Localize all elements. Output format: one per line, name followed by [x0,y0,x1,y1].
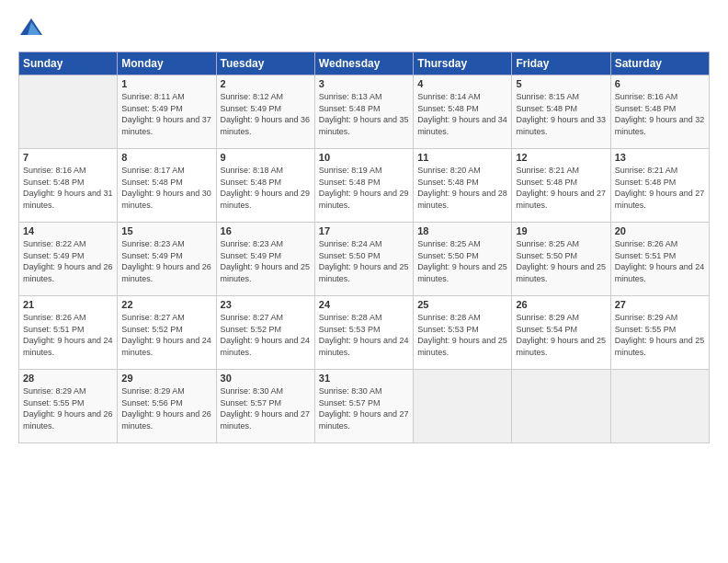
day-info: Sunrise: 8:29 AMSunset: 5:54 PMDaylight:… [516,312,606,358]
day-info: Sunrise: 8:30 AMSunset: 5:57 PMDaylight:… [221,385,311,431]
day-cell [19,75,118,149]
day-number: 21 [23,299,113,310]
week-row-4: 28Sunrise: 8:29 AMSunset: 5:55 PMDayligh… [19,370,710,443]
day-cell [610,370,709,443]
day-header-monday: Monday [118,52,216,75]
day-number: 19 [516,225,606,236]
day-number: 28 [23,373,113,384]
day-cell: 5Sunrise: 8:15 AMSunset: 5:48 PMDaylight… [512,75,610,149]
day-info: Sunrise: 8:14 AMSunset: 5:48 PMDaylight:… [417,91,507,137]
day-cell: 1Sunrise: 8:11 AMSunset: 5:49 PMDaylight… [118,75,216,149]
header [18,17,710,42]
day-cell: 10Sunrise: 8:19 AMSunset: 5:48 PMDayligh… [314,149,413,223]
header-row: SundayMondayTuesdayWednesdayThursdayFrid… [19,52,710,75]
day-cell: 18Sunrise: 8:25 AMSunset: 5:50 PMDayligh… [414,223,512,296]
calendar-table: SundayMondayTuesdayWednesdayThursdayFrid… [18,52,710,443]
day-info: Sunrise: 8:26 AMSunset: 5:51 PMDaylight:… [23,312,113,358]
day-info: Sunrise: 8:23 AMSunset: 5:49 PMDaylight:… [221,238,311,284]
day-cell: 15Sunrise: 8:23 AMSunset: 5:49 PMDayligh… [118,223,216,296]
day-cell: 13Sunrise: 8:21 AMSunset: 5:48 PMDayligh… [610,149,709,223]
day-cell: 14Sunrise: 8:22 AMSunset: 5:49 PMDayligh… [19,223,118,296]
day-info: Sunrise: 8:27 AMSunset: 5:52 PMDaylight:… [121,312,211,358]
day-number: 4 [417,78,507,89]
day-cell: 12Sunrise: 8:21 AMSunset: 5:48 PMDayligh… [512,149,610,223]
day-number: 18 [417,225,507,236]
day-cell: 17Sunrise: 8:24 AMSunset: 5:50 PMDayligh… [314,223,413,296]
day-number: 26 [516,299,606,310]
day-cell: 8Sunrise: 8:17 AMSunset: 5:48 PMDaylight… [118,149,216,223]
logo-icon [18,17,44,42]
day-info: Sunrise: 8:19 AMSunset: 5:48 PMDaylight:… [319,165,409,211]
week-row-1: 7Sunrise: 8:16 AMSunset: 5:48 PMDaylight… [19,149,710,223]
day-cell: 9Sunrise: 8:18 AMSunset: 5:48 PMDaylight… [216,149,314,223]
day-info: Sunrise: 8:29 AMSunset: 5:55 PMDaylight:… [23,385,113,431]
day-cell: 16Sunrise: 8:23 AMSunset: 5:49 PMDayligh… [216,223,314,296]
day-header-tuesday: Tuesday [216,52,314,75]
day-number: 11 [417,152,507,163]
day-info: Sunrise: 8:29 AMSunset: 5:55 PMDaylight:… [615,312,705,358]
day-number: 25 [417,299,507,310]
day-info: Sunrise: 8:21 AMSunset: 5:48 PMDaylight:… [516,165,606,211]
logo [18,17,47,42]
day-number: 10 [319,152,409,163]
day-number: 15 [121,225,211,236]
day-cell: 24Sunrise: 8:28 AMSunset: 5:53 PMDayligh… [314,296,413,370]
day-header-saturday: Saturday [610,52,709,75]
day-number: 30 [221,373,311,384]
day-info: Sunrise: 8:25 AMSunset: 5:50 PMDaylight:… [516,238,606,284]
day-cell: 26Sunrise: 8:29 AMSunset: 5:54 PMDayligh… [512,296,610,370]
day-info: Sunrise: 8:23 AMSunset: 5:49 PMDaylight:… [121,238,211,284]
day-cell [414,370,512,443]
day-cell: 30Sunrise: 8:30 AMSunset: 5:57 PMDayligh… [216,370,314,443]
day-number: 22 [121,299,211,310]
day-info: Sunrise: 8:26 AMSunset: 5:51 PMDaylight:… [615,238,705,284]
day-info: Sunrise: 8:16 AMSunset: 5:48 PMDaylight:… [615,91,705,137]
week-row-2: 14Sunrise: 8:22 AMSunset: 5:49 PMDayligh… [19,223,710,296]
day-header-thursday: Thursday [414,52,512,75]
day-header-wednesday: Wednesday [314,52,413,75]
day-cell: 28Sunrise: 8:29 AMSunset: 5:55 PMDayligh… [19,370,118,443]
day-info: Sunrise: 8:24 AMSunset: 5:50 PMDaylight:… [319,238,409,284]
day-number: 8 [121,152,211,163]
day-cell: 2Sunrise: 8:12 AMSunset: 5:49 PMDaylight… [216,75,314,149]
day-info: Sunrise: 8:12 AMSunset: 5:49 PMDaylight:… [221,91,311,137]
day-number: 13 [615,152,705,163]
week-row-3: 21Sunrise: 8:26 AMSunset: 5:51 PMDayligh… [19,296,710,370]
day-cell: 27Sunrise: 8:29 AMSunset: 5:55 PMDayligh… [610,296,709,370]
day-number: 12 [516,152,606,163]
day-number: 9 [221,152,311,163]
day-number: 27 [615,299,705,310]
day-info: Sunrise: 8:28 AMSunset: 5:53 PMDaylight:… [319,312,409,358]
day-cell: 20Sunrise: 8:26 AMSunset: 5:51 PMDayligh… [610,223,709,296]
day-cell: 25Sunrise: 8:28 AMSunset: 5:53 PMDayligh… [414,296,512,370]
day-number: 6 [615,78,705,89]
day-info: Sunrise: 8:27 AMSunset: 5:52 PMDaylight:… [221,312,311,358]
day-number: 3 [319,78,409,89]
day-info: Sunrise: 8:13 AMSunset: 5:48 PMDaylight:… [319,91,409,137]
day-cell: 21Sunrise: 8:26 AMSunset: 5:51 PMDayligh… [19,296,118,370]
page: SundayMondayTuesdayWednesdayThursdayFrid… [0,0,728,563]
day-info: Sunrise: 8:20 AMSunset: 5:48 PMDaylight:… [417,165,507,211]
day-number: 14 [23,225,113,236]
day-info: Sunrise: 8:18 AMSunset: 5:48 PMDaylight:… [221,165,311,211]
day-cell: 11Sunrise: 8:20 AMSunset: 5:48 PMDayligh… [414,149,512,223]
day-cell: 31Sunrise: 8:30 AMSunset: 5:57 PMDayligh… [314,370,413,443]
day-info: Sunrise: 8:11 AMSunset: 5:49 PMDaylight:… [121,91,211,137]
day-cell: 19Sunrise: 8:25 AMSunset: 5:50 PMDayligh… [512,223,610,296]
day-info: Sunrise: 8:25 AMSunset: 5:50 PMDaylight:… [417,238,507,284]
day-info: Sunrise: 8:15 AMSunset: 5:48 PMDaylight:… [516,91,606,137]
day-info: Sunrise: 8:28 AMSunset: 5:53 PMDaylight:… [417,312,507,358]
day-cell: 6Sunrise: 8:16 AMSunset: 5:48 PMDaylight… [610,75,709,149]
day-cell: 3Sunrise: 8:13 AMSunset: 5:48 PMDaylight… [314,75,413,149]
day-cell [512,370,610,443]
day-cell: 23Sunrise: 8:27 AMSunset: 5:52 PMDayligh… [216,296,314,370]
day-header-sunday: Sunday [19,52,118,75]
day-number: 24 [319,299,409,310]
day-cell: 22Sunrise: 8:27 AMSunset: 5:52 PMDayligh… [118,296,216,370]
day-info: Sunrise: 8:22 AMSunset: 5:49 PMDaylight:… [23,238,113,284]
day-header-friday: Friday [512,52,610,75]
day-number: 1 [121,78,211,89]
day-info: Sunrise: 8:17 AMSunset: 5:48 PMDaylight:… [121,165,211,211]
day-info: Sunrise: 8:21 AMSunset: 5:48 PMDaylight:… [615,165,705,211]
day-number: 5 [516,78,606,89]
